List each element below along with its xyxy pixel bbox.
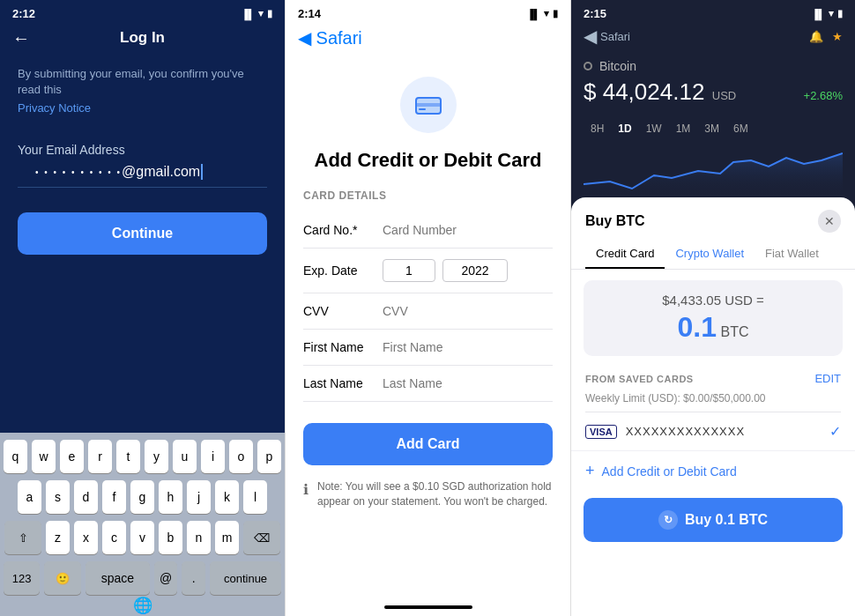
key-v[interactable]: v xyxy=(130,521,154,554)
exp-year-input[interactable] xyxy=(442,259,508,282)
amount-display: $4,433.05 USD = 0.1 BTC xyxy=(584,280,843,356)
status-icons-1: ▐▌ ▾ ▮ xyxy=(241,8,272,19)
bell-icon[interactable]: 🔔 xyxy=(809,30,823,43)
safari-label-3: Safari xyxy=(600,30,630,43)
coin-row: Bitcoin xyxy=(584,59,843,73)
key-w[interactable]: w xyxy=(32,440,56,473)
visa-badge: VISA xyxy=(585,425,617,439)
tab-crypto-wallet[interactable]: Crypto Wallet xyxy=(665,240,755,269)
screen1-login: 2:12 ▐▌ ▾ ▮ ← Log In By submitting your … xyxy=(0,0,285,616)
bitcoin-price: $ 44,024.12 xyxy=(584,78,704,105)
time-1: 2:12 xyxy=(12,7,35,20)
key-a[interactable]: a xyxy=(18,480,41,514)
wifi-icon-2: ▾ xyxy=(544,8,549,19)
key-continue[interactable]: continue xyxy=(210,561,281,595)
chart-tab-1w[interactable]: 1W xyxy=(639,120,669,137)
first-name-input[interactable] xyxy=(383,340,553,354)
key-o[interactable]: o xyxy=(229,440,253,473)
key-123[interactable]: 123 xyxy=(4,561,40,595)
key-at[interactable]: @ xyxy=(154,561,178,595)
close-button[interactable]: ✕ xyxy=(818,210,841,233)
chart-tab-6m[interactable]: 6M xyxy=(726,120,755,137)
price-row: $ 44,024.12 USD +2.68% xyxy=(584,78,843,106)
saved-card-row[interactable]: VISA XXXXXXXXXXXXXX ✓ xyxy=(571,412,855,451)
chart-tab-8h[interactable]: 8H xyxy=(584,120,611,137)
saved-cards-header: FROM SAVED CARDS EDIT xyxy=(571,367,855,390)
key-emoji[interactable]: 🙂 xyxy=(44,561,80,595)
key-b[interactable]: b xyxy=(159,521,182,554)
star-icon[interactable]: ★ xyxy=(832,30,843,43)
key-space[interactable]: space xyxy=(86,561,150,595)
key-r[interactable]: r xyxy=(88,440,112,473)
continue-button[interactable]: Continue xyxy=(18,212,267,255)
key-k[interactable]: k xyxy=(215,480,239,514)
keyboard-row-3: ⇧ z x c v b n m ⌫ xyxy=(4,521,281,554)
key-n[interactable]: n xyxy=(187,521,211,554)
screen2-add-card: 2:14 ▐▌ ▾ ▮ ◀ Safari Add Credit or Debit… xyxy=(285,0,571,616)
last-name-input[interactable] xyxy=(383,376,553,390)
check-icon: ✓ xyxy=(829,423,841,440)
key-h[interactable]: h xyxy=(159,480,182,514)
nav-bar-1: ← Log In xyxy=(0,24,285,52)
key-z[interactable]: z xyxy=(46,521,70,554)
status-bar-3: 2:15 ▐▌ ▾ ▮ xyxy=(571,0,855,24)
key-u[interactable]: u xyxy=(173,440,197,473)
key-d[interactable]: d xyxy=(74,480,98,514)
key-y[interactable]: y xyxy=(145,440,168,473)
chart-tab-3m[interactable]: 3M xyxy=(697,120,726,137)
chart-area xyxy=(571,145,855,197)
card-number-label: Card No.* xyxy=(303,223,383,237)
exp-month-input[interactable] xyxy=(383,259,435,282)
key-m[interactable]: m xyxy=(215,521,239,554)
signal-icon: ▐▌ xyxy=(241,9,255,19)
edit-button[interactable]: EDIT xyxy=(814,372,841,385)
tab-fiat-wallet[interactable]: Fiat Wallet xyxy=(755,240,829,269)
key-e[interactable]: e xyxy=(60,440,84,473)
back-button-1[interactable]: ← xyxy=(12,28,30,48)
key-c[interactable]: c xyxy=(102,521,126,554)
key-j[interactable]: j xyxy=(187,480,211,514)
price-change: +2.68% xyxy=(804,89,843,102)
key-l[interactable]: l xyxy=(243,480,267,514)
card-number-input[interactable] xyxy=(383,223,553,237)
time-3: 2:15 xyxy=(584,7,606,20)
key-period[interactable]: . xyxy=(182,561,205,595)
safari-back-2[interactable]: ◀ Safari xyxy=(298,27,362,48)
signal-icon-3: ▐▌ xyxy=(811,9,825,19)
note-text: Note: You will see a $0.10 SGD authoriza… xyxy=(317,479,553,509)
card-number-row: Card No.* xyxy=(303,212,553,249)
price-container: $ 44,024.12 USD xyxy=(584,78,736,106)
cvv-row: CVV xyxy=(303,293,553,330)
time-2: 2:14 xyxy=(298,7,321,20)
add-card-button[interactable]: Add Card xyxy=(303,423,553,465)
exp-fields xyxy=(383,259,553,282)
key-t[interactable]: t xyxy=(116,440,140,473)
key-x[interactable]: x xyxy=(74,521,98,554)
chart-tab-1m[interactable]: 1M xyxy=(669,120,698,137)
key-q[interactable]: q xyxy=(4,440,27,473)
chart-tab-1d[interactable]: 1D xyxy=(611,120,638,137)
tab-credit-card[interactable]: Credit Card xyxy=(585,240,665,269)
privacy-link[interactable]: Privacy Notice xyxy=(0,101,285,118)
keyboard-row-2: a s d f g h j k l xyxy=(4,480,281,514)
saved-cards-label: FROM SAVED CARDS xyxy=(585,374,694,384)
safari-back-3[interactable]: ◀ xyxy=(584,26,597,47)
key-delete[interactable]: ⌫ xyxy=(243,521,280,554)
key-i[interactable]: i xyxy=(201,440,225,473)
status-bar-2: 2:14 ▐▌ ▾ ▮ xyxy=(286,0,570,24)
buy-button[interactable]: ↻ Buy 0.1 BTC xyxy=(584,498,843,542)
plus-icon: + xyxy=(585,462,595,480)
globe-icon[interactable]: 🌐 xyxy=(133,596,152,615)
info-icon: ℹ xyxy=(303,480,309,500)
key-f[interactable]: f xyxy=(102,480,126,514)
key-s[interactable]: s xyxy=(46,480,70,514)
email-input-row[interactable]: • • • • • • • • • • @gmail.com xyxy=(18,164,267,188)
add-card-row[interactable]: + Add Credit or Debit Card xyxy=(571,451,855,491)
key-shift[interactable]: ⇧ xyxy=(4,521,41,554)
add-card-link[interactable]: Add Credit or Debit Card xyxy=(602,464,737,479)
crypto-header: Bitcoin $ 44,024.12 USD +2.68% xyxy=(571,52,855,113)
last-name-row: Last Name xyxy=(303,366,553,402)
cvv-input[interactable] xyxy=(383,304,553,318)
key-g[interactable]: g xyxy=(130,480,154,514)
key-p[interactable]: p xyxy=(257,440,281,473)
